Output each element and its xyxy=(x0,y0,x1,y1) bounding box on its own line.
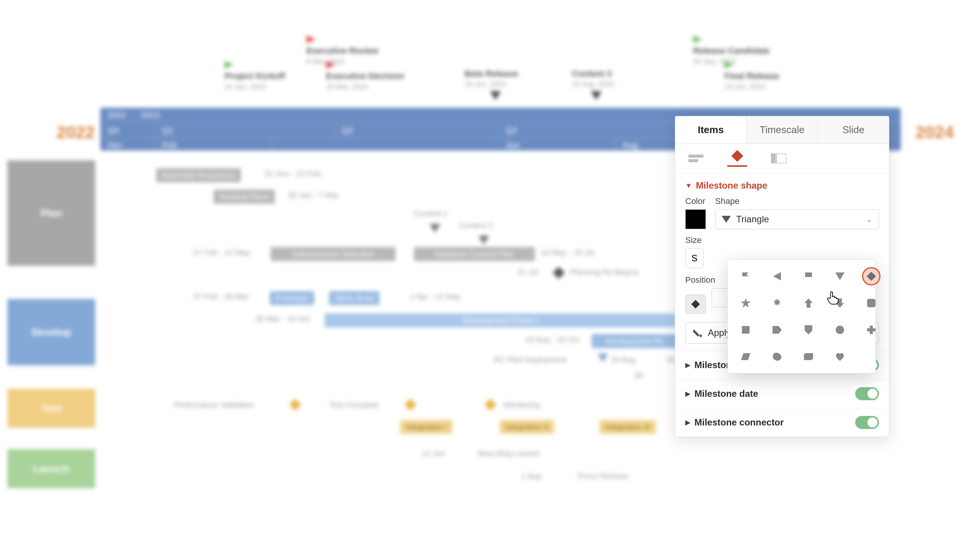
swimlane-launch: Launch xyxy=(7,449,95,488)
size-button-s[interactable]: S xyxy=(685,248,704,268)
svg-rect-6 xyxy=(867,299,875,307)
year-right: 2024 xyxy=(916,122,954,142)
milestone-kickoff: Project Kickoff24 Jan, 2023 xyxy=(224,61,285,92)
svg-rect-5 xyxy=(867,272,876,281)
bar-integration3: Integration III xyxy=(599,420,656,434)
label-shape: Shape xyxy=(715,196,879,206)
shape-picker-popover xyxy=(727,259,876,373)
label-size: Size xyxy=(685,235,879,245)
svg-rect-3 xyxy=(771,153,776,163)
shape-option-flag-right[interactable] xyxy=(738,268,754,284)
svg-rect-0 xyxy=(688,155,704,158)
diamond-icon xyxy=(553,267,565,279)
subtabs xyxy=(675,144,889,173)
label-color: Color xyxy=(685,196,706,206)
shape-dropdown[interactable]: Triangle ⌄ xyxy=(715,209,879,229)
shape-option-pentagon-right[interactable] xyxy=(769,322,785,338)
swimlane-plan: Plan xyxy=(7,160,95,266)
shape-option-blob[interactable] xyxy=(769,349,785,365)
milestone-final-release: Final Release19 Oct, 2023 xyxy=(724,61,779,92)
shape-option-parallelogram[interactable] xyxy=(738,349,754,365)
shape-option-square[interactable] xyxy=(738,322,754,338)
toggle-milestone-connector[interactable] xyxy=(855,416,879,429)
caret-right-icon: ▶ xyxy=(685,418,691,427)
panel-tabs: Items Timescale Slide xyxy=(675,116,889,144)
swimlane-develop: Develop xyxy=(7,299,95,365)
paint-roller-icon xyxy=(693,328,702,338)
shape-option-shield[interactable] xyxy=(800,322,817,338)
svg-rect-4 xyxy=(776,153,786,163)
caret-right-icon: ▶ xyxy=(685,390,691,398)
triangle-icon xyxy=(490,91,501,100)
shape-option-star[interactable] xyxy=(738,295,754,311)
shape-value: Triangle xyxy=(736,214,769,225)
shape-option-plus[interactable] xyxy=(863,322,879,338)
shape-option-skew-rect[interactable] xyxy=(800,349,817,365)
tab-slide[interactable]: Slide xyxy=(818,116,889,143)
svg-rect-7 xyxy=(742,326,750,334)
milestone-beta-release: Beta Release29 Jun, 2023 xyxy=(465,68,518,89)
bar-integration1: Integration I xyxy=(400,420,452,434)
subtab-task-icon[interactable] xyxy=(686,150,706,167)
shape-option-circle[interactable] xyxy=(832,322,848,338)
bar-subcontractor: Subcontractor Selection xyxy=(271,247,395,261)
chevron-down-icon: ⌄ xyxy=(866,215,872,224)
shape-option-arrow-down[interactable] xyxy=(832,295,848,311)
color-swatch[interactable] xyxy=(685,209,706,229)
bar-prototype: Prototype xyxy=(270,291,314,305)
bar-dev-phase1: Development Phase I xyxy=(325,313,676,328)
svg-rect-1 xyxy=(688,159,698,162)
shape-option-flag-solid[interactable] xyxy=(800,268,817,284)
bar-integration2: Integration II xyxy=(500,420,554,434)
bar-helpdesk: Helpdesk Content Plan xyxy=(414,247,535,261)
svg-rect-2 xyxy=(731,150,743,162)
milestone-exec-review: Executive Review9 Mar, 2023 xyxy=(307,36,379,67)
shape-option-diamond[interactable] xyxy=(863,268,879,284)
toggle-milestone-date[interactable] xyxy=(855,387,879,400)
shape-option-square-rounded[interactable] xyxy=(863,295,879,311)
bar-alpha: Alpha Build xyxy=(329,291,380,305)
tab-timescale[interactable]: Timescale xyxy=(746,116,818,143)
bar-assemble: Assemble Resources xyxy=(156,168,241,183)
position-option-1[interactable] xyxy=(685,295,706,314)
swimlane-test: Test xyxy=(7,389,95,428)
shape-option-arrow-up[interactable] xyxy=(800,295,817,311)
diamond-icon xyxy=(691,300,700,309)
section-milestone-shape[interactable]: ▼ Milestone shape xyxy=(685,180,879,191)
triangle-icon xyxy=(591,91,602,100)
milestone-content3: Content 319 Aug, 2023 xyxy=(572,68,614,89)
shape-option-triangle-left[interactable] xyxy=(769,268,785,284)
accordion-milestone-date[interactable]: ▶ Milestone date xyxy=(675,379,889,408)
bar-working-plans: Working Plans xyxy=(214,190,275,204)
triangle-down-icon xyxy=(722,216,731,223)
bar-dev-phase2: Development Ph xyxy=(591,334,677,348)
shape-option-burst[interactable] xyxy=(769,295,785,311)
milestone-release-candidate: Release Candidate30 Sep, 2023 xyxy=(693,36,769,67)
tab-items[interactable]: Items xyxy=(675,116,746,143)
subtab-milestone-icon[interactable] xyxy=(727,150,747,167)
accordion-milestone-connector[interactable]: ▶ Milestone connector xyxy=(675,408,889,437)
year-left: 2022 xyxy=(57,122,95,142)
milestone-exec-decision: Executive Decision20 Mar, 2023 xyxy=(326,61,405,92)
shape-option-heart[interactable] xyxy=(832,349,848,365)
shape-option-triangle-down[interactable] xyxy=(832,268,848,284)
caret-down-icon: ▼ xyxy=(685,182,692,190)
subtab-swimlane-icon[interactable] xyxy=(769,150,789,167)
svg-point-8 xyxy=(836,326,844,334)
caret-right-icon: ▶ xyxy=(685,361,691,369)
